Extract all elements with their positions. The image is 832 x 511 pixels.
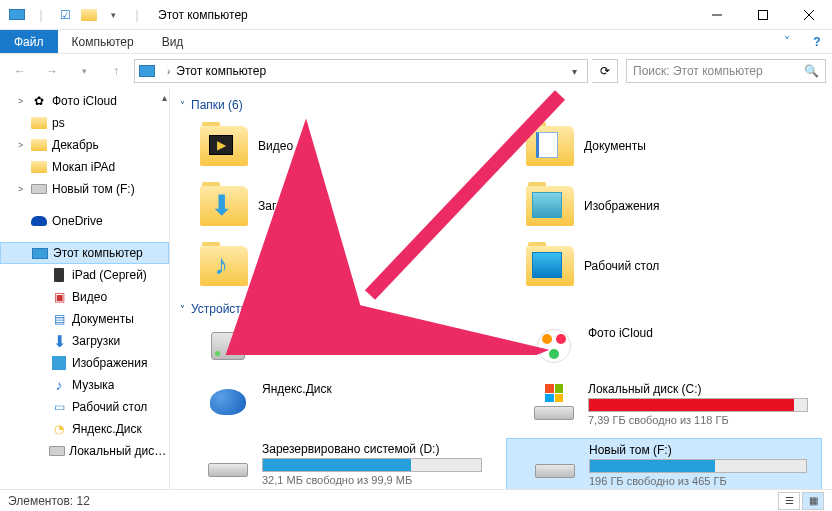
tree-item[interactable]: ▤Документы (0, 308, 169, 330)
item-count: Элементов: 12 (8, 494, 90, 508)
tree-item-label: Видео (72, 290, 107, 304)
details-view-button[interactable]: ☰ (778, 492, 800, 510)
folder-icon: ⬇ (200, 186, 248, 226)
tree-item-icon (50, 355, 68, 371)
tab-computer[interactable]: Компьютер (58, 30, 148, 53)
navigation-tree[interactable]: ▴ >✿Фото iCloudps>ДекабрьМокап iPAd>Новы… (0, 88, 170, 489)
capacity-bar (589, 459, 807, 473)
group-folders-title: Папки (6) (191, 98, 243, 112)
address-dropdown-icon[interactable]: ▾ (565, 66, 583, 77)
forward-button[interactable]: → (38, 58, 66, 84)
minimize-button[interactable] (694, 0, 740, 30)
scroll-up-icon[interactable]: ▴ (162, 92, 167, 103)
content-pane: ˅ Папки (6) ▶ВидеоДокументы⬇ЗагрузкиИзоб… (170, 88, 832, 489)
qat-folder-icon[interactable] (78, 4, 100, 26)
qat-dropdown-icon[interactable]: ▾ (102, 4, 124, 26)
group-folders-header[interactable]: ˅ Папки (6) (180, 98, 822, 112)
tree-item-label: OneDrive (52, 214, 103, 228)
tab-file[interactable]: Файл (0, 30, 58, 53)
drive-icon (530, 382, 578, 422)
capacity-bar (262, 458, 482, 472)
breadcrumb-root[interactable]: Этот компьютер (176, 64, 266, 78)
maximize-button[interactable] (740, 0, 786, 30)
tree-item[interactable]: >Новый том (F:) (0, 178, 169, 200)
folder-item[interactable]: ⬇Загрузки (180, 178, 496, 234)
folder-item[interactable]: ♪Музыка (180, 238, 496, 294)
tree-item-icon (30, 115, 48, 131)
tree-item-label: iPad (Сергей) (72, 268, 147, 282)
tree-item-icon (30, 213, 48, 229)
tiles-view-button[interactable]: ▦ (802, 492, 824, 510)
tree-item[interactable]: ♪Музыка (0, 374, 169, 396)
expand-icon[interactable]: > (18, 140, 30, 150)
tree-item-label: Новый том (F:) (52, 182, 135, 196)
tree-item[interactable]: ▭Рабочий стол (0, 396, 169, 418)
help-icon[interactable]: ? (802, 30, 832, 53)
back-button[interactable]: ← (6, 58, 34, 84)
tree-item-icon (50, 267, 68, 283)
app-icon[interactable] (6, 4, 28, 26)
folder-label: Видео (258, 139, 293, 153)
tree-item[interactable]: ⬇Загрузки (0, 330, 169, 352)
tree-item[interactable]: >Декабрь (0, 134, 169, 156)
folder-label: Изображения (584, 199, 659, 213)
drive-item[interactable]: Локальный диск (C:)7,39 ГБ свободно из 1… (506, 378, 822, 430)
drive-name: Зарезервировано системой (D:) (262, 442, 482, 456)
drive-item[interactable]: Яндекс.Диск (180, 378, 496, 430)
properties-icon[interactable]: ☑ (54, 4, 76, 26)
tree-item-label: Мокап iPAd (52, 160, 115, 174)
tree-item-icon: ▤ (50, 311, 68, 327)
folder-item[interactable]: Документы (506, 118, 822, 174)
group-drives-header[interactable]: ˅ Устройства и диски (6 (180, 302, 822, 316)
expand-icon[interactable]: > (18, 184, 30, 194)
tree-item[interactable]: iPad (Сергей) (0, 264, 169, 286)
folder-item[interactable]: Изображения (506, 178, 822, 234)
drive-icon (531, 443, 579, 483)
tree-item[interactable]: ▣Видео (0, 286, 169, 308)
search-input[interactable]: Поиск: Этот компьютер 🔍 (626, 59, 826, 83)
tree-item-icon (30, 181, 48, 197)
address-bar[interactable]: › Этот компьютер ▾ (134, 59, 588, 83)
drive-item[interactable]: Новый том (F:)196 ГБ свободно из 465 ГБ (506, 438, 822, 489)
window-title: Этот компьютер (158, 8, 248, 22)
drive-item[interactable]: Зарезервировано системой (D:)32,1 МБ сво… (180, 438, 496, 489)
drive-free-text: 32,1 МБ свободно из 99,9 МБ (262, 474, 482, 486)
drive-icon (204, 326, 252, 366)
chevron-right-icon: › (167, 66, 170, 77)
chevron-down-icon: ˅ (180, 304, 185, 315)
tree-item[interactable]: Мокап iPAd (0, 156, 169, 178)
folder-label: Музыка (258, 259, 300, 273)
folder-icon: ▶ (200, 126, 248, 166)
drive-item[interactable]: Фото iCloud (506, 322, 822, 370)
title-bar: | ☑ ▾ | Этот компьютер (0, 0, 832, 30)
tree-item[interactable]: ◔Яндекс.Диск (0, 418, 169, 440)
tree-item[interactable]: ps (0, 112, 169, 134)
refresh-button[interactable]: ⟳ (592, 59, 618, 83)
tree-item-label: Загрузки (72, 334, 120, 348)
tree-item[interactable]: Локальный диск (… (0, 440, 169, 462)
drive-name: Новый том (F:) (589, 443, 807, 457)
folder-item[interactable]: Рабочий стол (506, 238, 822, 294)
tree-item-icon (31, 245, 49, 261)
tree-item[interactable]: >✿Фото iCloud (0, 90, 169, 112)
ribbon-tabs: Файл Компьютер Вид ˅ ? (0, 30, 832, 54)
tree-item[interactable]: Этот компьютер (0, 242, 169, 264)
folder-icon: ♪ (200, 246, 248, 286)
ribbon-collapse-icon[interactable]: ˅ (772, 30, 802, 53)
expand-icon[interactable]: > (18, 96, 30, 106)
close-button[interactable] (786, 0, 832, 30)
address-row: ← → ▾ ↑ › Этот компьютер ▾ ⟳ Поиск: Этот… (0, 54, 832, 88)
tree-item[interactable]: OneDrive (0, 210, 169, 232)
recent-dropdown-icon[interactable]: ▾ (70, 58, 98, 84)
folder-icon (526, 126, 574, 166)
tree-item[interactable]: Изображения (0, 352, 169, 374)
folder-item[interactable]: ▶Видео (180, 118, 496, 174)
up-button[interactable]: ↑ (102, 58, 130, 84)
tree-item-icon (30, 159, 48, 175)
tab-view[interactable]: Вид (148, 30, 198, 53)
tree-item-label: Этот компьютер (53, 246, 143, 260)
tree-item-label: Рабочий стол (72, 400, 147, 414)
drive-name: Яндекс.Диск (262, 382, 482, 396)
drive-item[interactable]: iPad (Сергей) (180, 322, 496, 370)
tree-item-label: Фото iCloud (52, 94, 117, 108)
